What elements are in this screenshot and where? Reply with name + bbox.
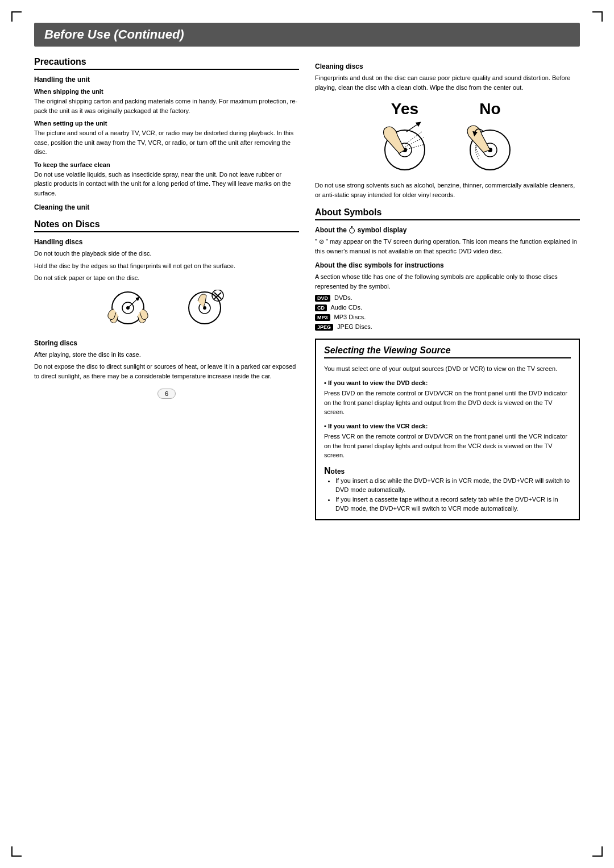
notes-item-1: If you insert a disc while the DVD+VCR i… — [335, 476, 571, 495]
disc-type-cd: CD Audio CDs. — [315, 304, 580, 311]
jpeg-badge: JPEG — [315, 324, 333, 331]
handling-discs-text1: Do not touch the playback side of the di… — [34, 249, 299, 258]
symbol-display-text: " ⊘ " may appear on the TV screen during… — [315, 237, 580, 256]
storing-discs-title: Storing discs — [34, 339, 299, 347]
no-disc-image — [459, 120, 521, 172]
notes-big-n: N — [324, 466, 331, 476]
cleaning-unit-title: Cleaning the unit — [34, 203, 299, 211]
when-shipping-subtitle: When shipping the unit — [34, 88, 299, 95]
dvd-deck-text: Press DVD on the remote control or DVD/V… — [324, 389, 571, 417]
cd-badge: CD — [315, 304, 327, 311]
handling-unit-title: Handling the unit — [34, 76, 299, 84]
handling-discs-text3: Do not stick paper or tape on the disc. — [34, 273, 299, 283]
no-label: No — [459, 100, 521, 118]
vcr-deck-label: • If you want to view the VCR deck: — [324, 422, 571, 431]
page-header: Before Use (Continued) — [34, 23, 580, 47]
handling-discs-title: Handling discs — [34, 238, 299, 246]
when-setting-text: The picture and sound of a nearby TV, VC… — [34, 128, 299, 157]
storing-discs-text1: After playing, store the disc in its cas… — [34, 350, 299, 360]
dvd-deck-label: • If you want to view the DVD deck: — [324, 378, 571, 388]
notes-list: If you insert a disc while the DVD+VCR i… — [324, 476, 571, 514]
vcr-deck-text: Press VCR on the remote control or DVD/V… — [324, 432, 571, 460]
dvd-label: DVDs. — [334, 294, 352, 301]
page-number-container: 6 — [34, 389, 299, 399]
disc-symbols-text: A section whose title has one of the fol… — [315, 272, 580, 291]
mp3-label: MP3 Discs. — [334, 314, 366, 320]
corner-mark-tr — [592, 11, 603, 22]
svg-line-13 — [405, 132, 422, 144]
symbol-circle-icon — [349, 228, 355, 233]
cleaning-discs-title: Cleaning discs — [315, 62, 580, 70]
selecting-viewing-source-section: Selecting the Viewing Source You must se… — [315, 339, 580, 520]
about-symbols-title: About Symbols — [315, 207, 580, 220]
when-setting-subtitle: When setting up the unit — [34, 120, 299, 127]
dvd-badge: DVD — [315, 295, 330, 302]
yes-label: Yes — [374, 100, 436, 118]
cleaning-discs-text2: Do not use strong solvents such as alcoh… — [315, 181, 580, 199]
notes-item-2: If you insert a cassette tape without a … — [335, 495, 571, 514]
storing-discs-text2: Do not expose the disc to direct sunligh… — [34, 362, 299, 381]
disc-symbols-title: About the disc symbols for instructions — [315, 261, 580, 269]
cleaning-discs-text1: Fingerprints and dust on the disc can ca… — [315, 73, 580, 92]
no-disc-container: No — [459, 100, 521, 173]
keep-surface-subtitle: To keep the surface clean — [34, 161, 299, 168]
disc-type-list: DVD DVDs. CD Audio CDs. MP3 MP3 Discs. J… — [315, 294, 580, 331]
keep-surface-text: Do not use volatile liquids, such as ins… — [34, 170, 299, 198]
selecting-intro: You must select one of your output sourc… — [324, 364, 571, 374]
yes-disc-container: Yes — [374, 100, 436, 173]
cd-label: Audio CDs. — [330, 304, 362, 311]
notes-section: N otes If you insert a disc while the DV… — [324, 466, 571, 514]
incorrect-disc-image — [178, 290, 232, 332]
mp3-badge: MP3 — [315, 314, 330, 321]
notes-on-discs-title: Notes on Discs — [34, 219, 299, 232]
corner-mark-br — [592, 846, 603, 857]
page-number-badge: 6 — [157, 389, 176, 399]
selecting-viewing-source-title: Selecting the Viewing Source — [324, 345, 571, 358]
yes-no-images: Yes — [315, 100, 580, 173]
notes-text: otes — [331, 468, 345, 475]
disc-type-jpeg: JPEG JPEG Discs. — [315, 323, 580, 331]
jpeg-label: JPEG Discs. — [337, 323, 372, 330]
disc-handling-images — [34, 290, 299, 332]
page-title: Before Use (Continued) — [44, 27, 570, 42]
when-shipping-text: The original shipping carton and packing… — [34, 97, 299, 115]
yes-disc-image — [374, 120, 436, 172]
notes-on-discs-section: Notes on Discs Handling discs Do not tou… — [34, 219, 299, 381]
notes-header: N otes — [324, 466, 571, 476]
svg-line-15 — [405, 144, 425, 150]
cleaning-discs-section: Cleaning discs Fingerprints and dust on … — [315, 62, 580, 199]
corner-mark-bl — [11, 846, 22, 857]
precautions-title: Precautions — [34, 57, 299, 70]
left-column: Precautions Handling the unit When shipp… — [34, 57, 299, 520]
handling-discs-text2: Hold the disc by the edges so that finge… — [34, 261, 299, 271]
disc-type-mp3: MP3 MP3 Discs. — [315, 314, 580, 321]
about-symbols-section: About Symbols About the symbol display "… — [315, 207, 580, 331]
right-column: Cleaning discs Fingerprints and dust on … — [315, 57, 580, 520]
disc-type-dvd: DVD DVDs. — [315, 294, 580, 302]
symbol-display-title: About the symbol display — [315, 226, 580, 234]
precautions-section: Precautions Handling the unit When shipp… — [34, 57, 299, 211]
corner-mark-tl — [11, 11, 22, 22]
correct-disc-image — [101, 290, 155, 332]
